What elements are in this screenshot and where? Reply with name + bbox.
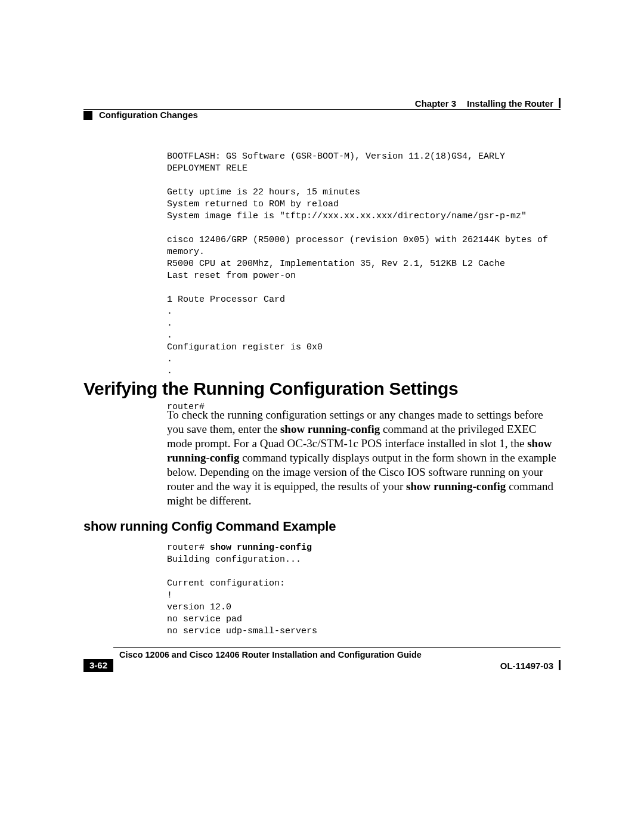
- header-square-icon: [83, 111, 92, 120]
- code2-rest: Building configuration... Current config…: [167, 555, 317, 636]
- footer-docnum-row: OL-11497-03: [113, 661, 561, 671]
- footer-rule: [113, 647, 561, 648]
- terminal-output-1: BOOTFLASH: GS Software (GSR-BOOT-M), Ver…: [167, 151, 561, 413]
- heading-show-running: show running Config Command Example: [83, 519, 336, 534]
- code2-prompt: router#: [167, 543, 210, 553]
- para-bold-1: show running-config: [280, 423, 380, 435]
- code2-command: show running-config: [210, 543, 312, 553]
- footer-book-title: Cisco 12006 and Cisco 12406 Router Insta…: [119, 650, 422, 659]
- header-chapter-row: Chapter 3Installing the Router: [83, 98, 561, 109]
- para-bold-3: show running-config: [406, 480, 506, 493]
- header-chapter-title: Installing the Router: [467, 98, 553, 109]
- terminal-output-2: router# show running-config Building con…: [167, 542, 561, 637]
- footer-page-number: 3-62: [83, 659, 113, 672]
- header-chapter-label: Chapter 3: [415, 98, 467, 109]
- header-section-title: Configuration Changes: [99, 110, 198, 120]
- footer-doc-number: OL-11497-03: [500, 661, 553, 671]
- page: Chapter 3Installing the Router Configura…: [0, 0, 644, 833]
- header-tick-icon: [559, 98, 561, 108]
- body-paragraph: To check the running configuration setti…: [167, 408, 561, 508]
- heading-verifying: Verifying the Running Configuration Sett…: [83, 379, 458, 399]
- header-chapter: Chapter 3Installing the Router: [415, 98, 553, 109]
- header-section-row: Configuration Changes: [83, 110, 561, 122]
- footer-tick-icon: [559, 660, 561, 670]
